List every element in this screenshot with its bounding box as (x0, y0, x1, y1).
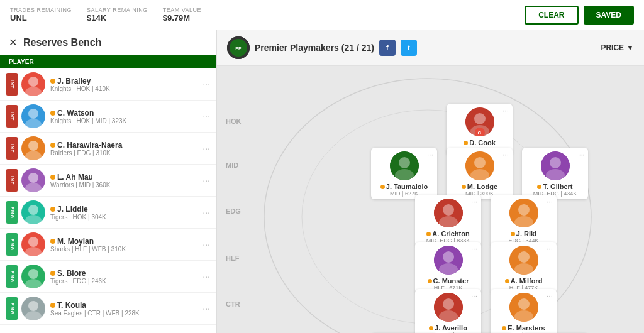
list-item[interactable]: EMG T. Koula Sea Eagles | CTR | WFB | 22… (0, 293, 216, 325)
player-detail: Knights | HOK | 410K (50, 85, 203, 92)
avatar (21, 168, 45, 192)
svg-point-9 (25, 215, 42, 224)
player-badge: C (475, 128, 485, 136)
player-menu-icon[interactable]: ··· (203, 143, 210, 153)
player-detail: Tigers | HOK | 304K (50, 214, 203, 221)
field-player-card[interactable]: ··· E. Marsters CTR | 386K (491, 289, 557, 333)
player-name: S. Blore (50, 269, 203, 278)
player-options-icon[interactable]: ··· (578, 150, 584, 159)
player-options-icon[interactable]: ··· (547, 292, 553, 300)
avatar (21, 297, 45, 320)
list-item[interactable]: INT C. Watson Knights | HOK | MID | 323K… (0, 101, 216, 133)
list-item[interactable]: EMG M. Moylan Sharks | HLF | WFB | 310K … (0, 229, 216, 261)
list-item[interactable]: EMG S. Blore Tigers | EDG | 246K ··· (0, 261, 216, 293)
player-options-icon[interactable]: ··· (471, 244, 477, 253)
sort-label: PRICE (601, 43, 624, 52)
svg-point-10 (28, 237, 38, 247)
player-options-icon[interactable]: ··· (471, 197, 477, 206)
status-dot (537, 185, 541, 189)
trades-stat: TRADES REMAINING UNL (10, 7, 72, 23)
field-player-card[interactable]: ··· J. Averillo HLF, CTR | 302K (415, 289, 481, 333)
player-options-icon[interactable]: ··· (427, 150, 433, 159)
list-item[interactable]: INT L. Ah Mau Warriors | MID | 360K ··· (0, 165, 216, 197)
status-dot (511, 232, 515, 236)
player-detail: Raiders | EDG | 310K (50, 150, 203, 156)
field-player-name: T. Gilbert (537, 183, 572, 190)
salary-value: $14K (87, 13, 148, 23)
twitter-button[interactable]: t (401, 40, 417, 56)
svg-point-1 (25, 87, 42, 96)
player-detail: Tigers | EDG | 246K (50, 278, 203, 285)
field-player-name: D. Cook (464, 139, 496, 146)
player-options-icon[interactable]: ··· (502, 106, 509, 115)
hlf-label: HLF (226, 254, 239, 262)
svg-point-31 (550, 157, 561, 168)
team-avatar: PP (227, 36, 250, 59)
field-player-card[interactable]: ··· J. Taumalolo MID | 627K (371, 148, 437, 199)
close-icon[interactable]: ✕ (9, 36, 17, 48)
list-item[interactable]: INT C. Harawira-Naera Raiders | EDG | 31… (0, 133, 216, 165)
player-menu-icon[interactable]: ··· (203, 175, 210, 185)
status-dot (426, 232, 431, 236)
saved-button[interactable]: SAVED (584, 6, 634, 25)
field-header: PP Premier Playmakers (21 / 21) f t PRIC… (217, 30, 644, 66)
topbar-stats: TRADES REMAINING UNL SALARY REMAINING $1… (10, 7, 201, 23)
player-detail: Knights | HOK | MID | 323K (50, 117, 203, 124)
player-info: L. Ah Mau Warriors | MID | 360K (50, 173, 203, 188)
player-menu-icon[interactable]: ··· (203, 303, 210, 314)
field-player-card[interactable]: ··· A. Milford HLF | 477K (491, 242, 557, 293)
status-dot (50, 79, 55, 84)
clear-button[interactable]: CLEAR (525, 6, 578, 25)
position-badge: INT (6, 105, 18, 128)
player-detail: Sharks | HLF | WFB | 310K (50, 246, 203, 253)
team-value-stat: TEAM VALUE $9.79M (163, 7, 201, 23)
field-player-card[interactable]: ··· M. Lodge MID | 390K (447, 148, 513, 199)
svg-point-28 (474, 157, 486, 168)
facebook-button[interactable]: f (379, 40, 396, 56)
field-player-name: C. Munster (428, 277, 469, 285)
player-menu-icon[interactable]: ··· (203, 79, 210, 89)
player-menu-icon[interactable]: ··· (203, 239, 210, 249)
avatar (21, 136, 45, 160)
player-menu-icon[interactable]: ··· (203, 207, 210, 217)
field-content: HOK MID EDG HLF CTR WFB ··· C D. Cook HO… (217, 66, 644, 333)
list-item[interactable]: INT J. Brailey Knights | HOK | 410K ··· (0, 68, 216, 101)
field-player-name: J. Averillo (429, 324, 467, 332)
player-detail: Warriors | MID | 360K (50, 182, 203, 188)
svg-point-11 (25, 247, 42, 256)
player-options-icon[interactable]: ··· (547, 197, 553, 206)
status-dot (50, 143, 55, 148)
player-info: C. Harawira-Naera Raiders | EDG | 310K (50, 141, 203, 156)
player-name: J. Brailey (50, 77, 203, 85)
field-player-name: E. Marsters (502, 324, 545, 332)
field-player-card[interactable]: ··· J. Riki EDG | 344K (491, 195, 557, 246)
player-options-icon[interactable]: ··· (471, 292, 477, 300)
list-item[interactable]: EMG J. Liddle Tigers | HOK | 304K ··· (0, 197, 216, 229)
field-avatar: C (465, 107, 494, 136)
svg-point-22 (474, 113, 486, 124)
field-player-card[interactable]: ··· T. Gilbert MID, EDG | 434K (522, 148, 588, 199)
field-player-card[interactable]: ··· A. Crichton MID, EDG | 833K (415, 195, 481, 246)
player-options-icon[interactable]: ··· (502, 150, 509, 159)
main-layout: ✕ Reserves Bench PLAYER INT J. Brailey K… (0, 30, 644, 333)
salary-stat: SALARY REMAINING $14K (87, 7, 148, 23)
player-name: T. Koula (50, 301, 203, 310)
status-dot (380, 185, 385, 189)
field-avatar (509, 293, 538, 322)
player-info: S. Blore Tigers | EDG | 246K (50, 269, 203, 285)
sort-dropdown[interactable]: PRICE ▼ (601, 43, 634, 52)
field-player-name: A. Milford (505, 277, 543, 285)
field-avatar (465, 151, 494, 180)
player-options-icon[interactable]: ··· (547, 244, 553, 253)
avatar (21, 200, 45, 224)
ctr-label: CTR (226, 300, 240, 308)
player-info: J. Liddle Tigers | HOK | 304K (50, 205, 203, 221)
player-info: J. Brailey Knights | HOK | 410K (50, 77, 203, 92)
player-info: T. Koula Sea Eagles | CTR | WFB | 228K (50, 301, 203, 317)
avatar (21, 104, 45, 128)
field-player-name: J. Taumalolo (380, 183, 428, 190)
player-menu-icon[interactable]: ··· (203, 271, 210, 281)
field-player-card[interactable]: ··· C. Munster HLF | 671K (415, 242, 481, 293)
field-avatar (541, 151, 570, 180)
player-menu-icon[interactable]: ··· (203, 111, 210, 121)
